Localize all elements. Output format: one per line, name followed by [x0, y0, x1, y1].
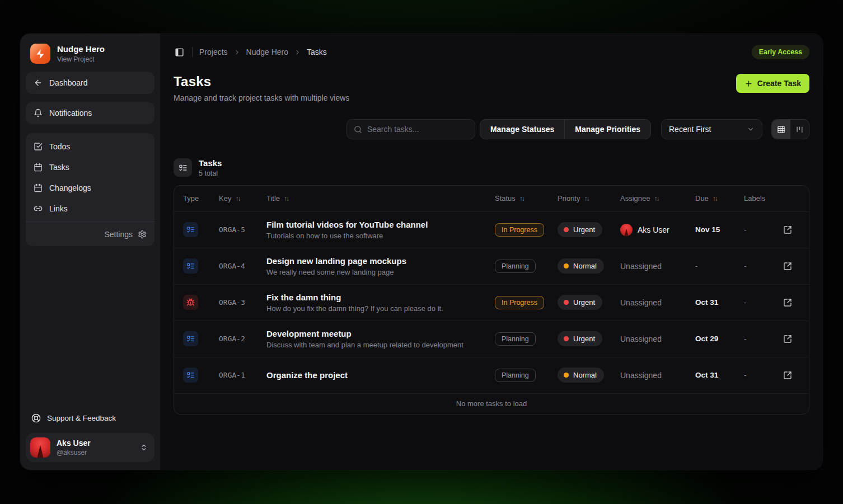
- sidebar-toggle-button[interactable]: [174, 46, 185, 58]
- table-header-row: Type Key↑↓ Title↑↓ Status↑↓ Priority↑↓ A…: [174, 186, 809, 212]
- toolbar: Manage Statuses Manage Priorities Recent…: [160, 102, 823, 139]
- open-task-button[interactable]: [782, 370, 793, 381]
- plus-icon: [744, 79, 753, 88]
- sidebar-item-tasks[interactable]: Tasks: [26, 157, 154, 177]
- sidebar-item-changelogs[interactable]: Changelogs: [26, 177, 154, 198]
- priority-dot-icon: [564, 300, 569, 305]
- task-row[interactable]: ORGA-3 Fix the damn thing How do you fix…: [174, 285, 809, 321]
- sort-order-select[interactable]: Recent First: [661, 119, 762, 139]
- chevron-down-icon: [747, 125, 755, 133]
- sidebar-settings[interactable]: Settings: [26, 222, 154, 246]
- priority-dot-icon: [564, 373, 569, 378]
- task-title: Design new landing page mockups: [266, 256, 484, 266]
- support-feedback-link[interactable]: Support & Feedback: [26, 409, 154, 427]
- labels-value: -: [744, 225, 782, 234]
- calendar-icon: [34, 183, 43, 192]
- open-task-button[interactable]: [782, 333, 793, 345]
- priority-label: Normal: [573, 371, 597, 379]
- task-row[interactable]: ORGA-5 Film tutorial videos for YouTube …: [174, 212, 809, 248]
- assignee-cell: Unassigned: [620, 335, 695, 343]
- column-header-title[interactable]: Title↑↓: [266, 194, 495, 202]
- chevron-right-icon: [233, 49, 241, 56]
- assignee-cell: Unassigned: [620, 371, 695, 380]
- user-handle: @aksuser: [57, 449, 134, 456]
- task-row[interactable]: ORGA-2 Development meetup Discuss with t…: [174, 321, 809, 357]
- search-input[interactable]: [367, 125, 468, 134]
- priority-label: Urgent: [573, 335, 595, 343]
- create-task-button[interactable]: Create Task: [736, 74, 809, 93]
- table-view-icon: [777, 125, 785, 134]
- bell-icon: [34, 109, 43, 117]
- task-table-body: ORGA-5 Film tutorial videos for YouTube …: [174, 212, 809, 394]
- priority-pill: Urgent: [558, 222, 602, 237]
- priority-label: Normal: [573, 262, 597, 270]
- breadcrumb-project[interactable]: Nudge Hero: [246, 48, 289, 56]
- labels-value: -: [744, 262, 782, 270]
- early-access-badge: Early Access: [752, 45, 809, 59]
- view-toggle: [771, 119, 809, 139]
- sort-icon: ↑↓: [235, 195, 240, 202]
- sort-icon: ↑↓: [584, 195, 588, 202]
- sidebar-item-todos[interactable]: Todos: [26, 136, 154, 157]
- due-date: -: [695, 262, 744, 270]
- column-header-key[interactable]: Key↑↓: [219, 194, 266, 202]
- task-table: Type Key↑↓ Title↑↓ Status↑↓ Priority↑↓ A…: [174, 185, 809, 414]
- priority-pill: Normal: [558, 368, 604, 383]
- assignee-name: Unassigned: [620, 335, 662, 343]
- avatar: [30, 437, 50, 458]
- priority-pill: Normal: [558, 258, 604, 274]
- kanban-view-button[interactable]: [790, 120, 809, 139]
- sort-icon: ↑↓: [519, 195, 524, 202]
- status-badge: In Progress: [495, 223, 544, 237]
- assignee-name: Unassigned: [620, 371, 662, 380]
- manage-statuses-button[interactable]: Manage Statuses: [480, 120, 564, 139]
- life-buoy-icon: [31, 413, 41, 423]
- priority-pill: Urgent: [558, 331, 602, 346]
- sidebar-item-links[interactable]: Links: [26, 198, 154, 219]
- table-view-button[interactable]: [772, 120, 790, 139]
- task-row[interactable]: ORGA-4 Design new landing page mockups W…: [174, 248, 809, 285]
- chevron-right-icon: [294, 49, 301, 56]
- task-row[interactable]: ORGA-1 Organize the project Planning Nor…: [174, 357, 809, 394]
- due-date: Oct 29: [695, 335, 744, 343]
- top-bar: Projects Nudge Hero Tasks Early Access: [160, 34, 823, 59]
- status-badge: In Progress: [495, 296, 544, 309]
- column-header-assignee[interactable]: Assignee↑↓: [620, 194, 695, 202]
- sidebar-item-dashboard[interactable]: Dashboard: [26, 72, 154, 94]
- labels-value: -: [744, 371, 782, 379]
- task-key: ORGA-5: [219, 225, 266, 234]
- gear-icon: [138, 230, 147, 239]
- column-header-due[interactable]: Due↑↓: [695, 194, 744, 202]
- assignee-cell: Aks User: [620, 224, 695, 236]
- search-field: [346, 119, 475, 139]
- due-date: Nov 15: [695, 225, 744, 234]
- column-header-status[interactable]: Status↑↓: [495, 194, 558, 202]
- support-feedback-label: Support & Feedback: [47, 414, 116, 422]
- breadcrumb-projects[interactable]: Projects: [199, 48, 228, 56]
- due-date: Oct 31: [695, 298, 744, 307]
- page-subtitle: Manage and track project tasks with mult…: [174, 93, 349, 102]
- settings-label: Settings: [104, 230, 133, 239]
- open-task-button[interactable]: [782, 261, 793, 272]
- project-name: Nudge Hero: [57, 44, 105, 54]
- task-key: ORGA-4: [219, 262, 266, 270]
- project-switcher[interactable]: Nudge Hero View Project: [26, 43, 154, 64]
- task-list-header: Tasks 5 total: [160, 139, 823, 177]
- task-description: We really need some new landing page: [266, 268, 484, 276]
- sort-icon: ↑↓: [713, 195, 717, 202]
- user-name: Aks User: [57, 439, 134, 449]
- manage-priorities-button[interactable]: Manage Priorities: [564, 120, 650, 139]
- assignee-avatar: [620, 224, 633, 236]
- column-header-priority[interactable]: Priority↑↓: [558, 194, 620, 202]
- main-content: Projects Nudge Hero Tasks Early Access T…: [160, 34, 823, 470]
- open-task-button[interactable]: [782, 297, 793, 308]
- user-menu[interactable]: Aks User @aksuser: [26, 433, 154, 462]
- open-task-button[interactable]: [782, 224, 793, 235]
- project-action: View Project: [57, 55, 105, 63]
- priority-dot-icon: [564, 336, 569, 341]
- list-todo-icon: [174, 158, 192, 177]
- due-date: Oct 31: [695, 371, 744, 379]
- task-title: Fix the damn thing: [266, 293, 484, 302]
- assignee-cell: Unassigned: [620, 262, 695, 271]
- sidebar-item-notifications[interactable]: Notifications: [26, 102, 154, 124]
